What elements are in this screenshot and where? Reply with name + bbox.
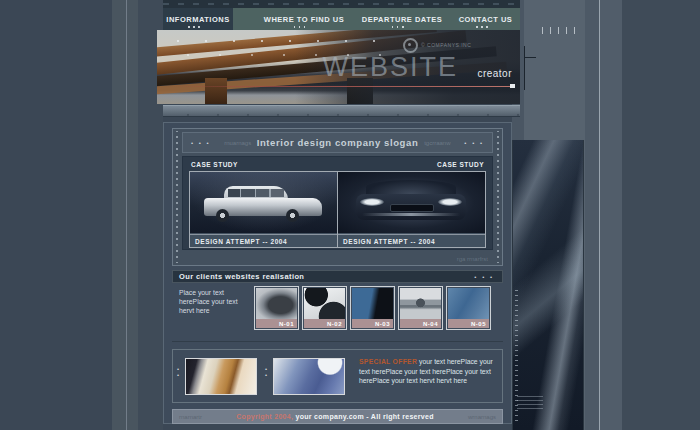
slogan-title: Interior design company slogan [257, 137, 419, 148]
case-study-right: CASE STUDY DESIGN ATTEMPT -- 2004 [336, 160, 487, 248]
arrow-icon [510, 84, 515, 88]
car-front-image [338, 172, 485, 233]
car-window-shape [228, 189, 284, 197]
thumbnail-image [400, 288, 441, 319]
thumbnail-label: N-04 [400, 319, 441, 328]
rivet-dots-decoration [177, 40, 397, 42]
case-study-label: CASE STUDY [336, 160, 487, 171]
dots-decoration: • • [177, 366, 179, 378]
nav-top-strip [163, 0, 520, 8]
case-study-label: CASE STUDY [188, 160, 339, 171]
client-thumbnail-3[interactable]: N-03 [350, 286, 395, 330]
section-divider [172, 341, 503, 342]
dots-decoration: • • • [464, 140, 484, 146]
offer-photo-person[interactable] [273, 358, 345, 395]
content-panel: • • • rnuarnags Interior design company … [163, 122, 512, 424]
nav-tab-departure-dates[interactable]: DEPARTURE DATES [359, 8, 445, 30]
dots-decoration: • • • [191, 140, 211, 146]
sidebar-photo-microtext [517, 396, 543, 410]
tick-marks-decoration [542, 27, 580, 34]
case-study-left: CASE STUDY DESIGN ATTEMPT -- 2004 [188, 160, 339, 248]
car-wheel-shape [216, 209, 229, 222]
client-thumbnail-2[interactable]: N-02 [302, 286, 347, 330]
client-thumbnail-4[interactable]: N-04 [398, 286, 443, 330]
case-study-panel: CASE STUDY DESIGN ATTEMPT -- 2004 C [182, 156, 493, 250]
car-bumper-shape [362, 213, 460, 216]
company-logo-dot [408, 43, 411, 46]
dotted-border-right [495, 131, 501, 263]
nav-tab-informations[interactable]: INFORMATIONS [163, 8, 233, 30]
thumbnail-image [304, 288, 345, 319]
client-thumbnail-5[interactable]: N-05 [446, 286, 491, 330]
decorative-microtext: tgcrraanw [418, 140, 456, 146]
offer-text-block: SPECIAL OFFER your text herePlace your t… [359, 357, 497, 386]
case-study-caption: DESIGN ATTEMPT -- 2004 [190, 234, 337, 247]
thumbnail-label: N-02 [304, 319, 345, 328]
right-background-band-5 [622, 0, 700, 430]
slogan-bar: • • • rnuarnags Interior design company … [182, 132, 493, 153]
decorative-microtext: rga rrnarfrst [457, 256, 488, 262]
right-background-band-3 [585, 0, 599, 430]
left-vertical-line [126, 0, 127, 430]
decorative-microtext: wrnarnags [462, 414, 502, 420]
measure-line-horizontal [525, 57, 536, 58]
car-roof-shape [366, 180, 456, 194]
header-rail-bar [163, 105, 520, 117]
slogan-section: • • • rnuarnags Interior design company … [172, 128, 503, 266]
site-subtitle: creator [477, 68, 512, 79]
thumbnail-image [352, 288, 393, 319]
case-study-image-right[interactable]: DESIGN ATTEMPT -- 2004 [337, 171, 486, 248]
decorative-microtext: rnuarnags [219, 140, 257, 146]
right-background-band-4 [600, 0, 622, 430]
footer-bar: rnarnartr Copyright 2004, your company.c… [172, 409, 503, 424]
clients-section-header: Our clients websites realisation • • • [172, 270, 503, 283]
thumbnail-image [448, 288, 489, 319]
dotted-border-left [174, 131, 180, 263]
main-navigation: INFORMATIONS WHERE TO FIND US DEPARTURE … [163, 8, 520, 30]
clients-section-title: Our clients websites realisation [173, 272, 474, 281]
client-thumbnail-1[interactable]: N-01 [254, 286, 299, 330]
car-headlight-shape [438, 198, 462, 206]
case-study-caption: DESIGN ATTEMPT -- 2004 [338, 234, 485, 247]
suv-car-image [190, 172, 337, 233]
copyright-year: Copyright 2004, [236, 413, 293, 420]
nav-tab-contact-us[interactable]: CONTACT US [451, 8, 520, 30]
thumbnail-image [256, 288, 297, 319]
thumbnail-label: N-01 [256, 319, 297, 328]
special-offer-label: SPECIAL OFFER [359, 358, 417, 365]
header-banner-image: © COMPANYS.INC WEBSITE creator [157, 30, 520, 104]
header-accent-line [165, 86, 510, 87]
case-study-image-left[interactable]: DESIGN ATTEMPT -- 2004 [189, 171, 338, 248]
company-logo-text: © COMPANYS.INC [421, 42, 471, 48]
left-background-band [112, 0, 138, 430]
thumbnail-label: N-05 [448, 319, 489, 328]
clients-placeholder-text: Place your text herePlace your text herv… [179, 288, 251, 315]
nav-tab-where-to-find-us[interactable]: WHERE TO FIND US [249, 8, 359, 30]
clients-thumbnails-row: Place your text herePlace your text herv… [172, 285, 503, 335]
pillar-decoration [205, 78, 227, 104]
copyright-company: your company.com - All right reserved [293, 413, 434, 420]
thumbnail-label: N-03 [352, 319, 393, 328]
special-offer-section: • • • • SPECIAL OFFER your text herePlac… [172, 349, 503, 403]
copyright-text: Copyright 2004, your company.com - All r… [236, 413, 434, 420]
measure-line-vertical [524, 46, 525, 90]
page: INFORMATIONS WHERE TO FIND US DEPARTURE … [0, 0, 700, 430]
offer-photo-handshake[interactable] [185, 358, 257, 395]
dots-decoration: • • [265, 366, 267, 378]
sidebar-photo [512, 140, 584, 430]
dots-decoration: • • • [474, 274, 502, 280]
site-title: WEBSITE [322, 52, 458, 83]
decorative-microtext: rnarnartr [173, 414, 208, 420]
car-wheel-shape [286, 209, 299, 222]
car-headlight-shape [360, 198, 384, 206]
car-grille-shape [390, 204, 434, 212]
